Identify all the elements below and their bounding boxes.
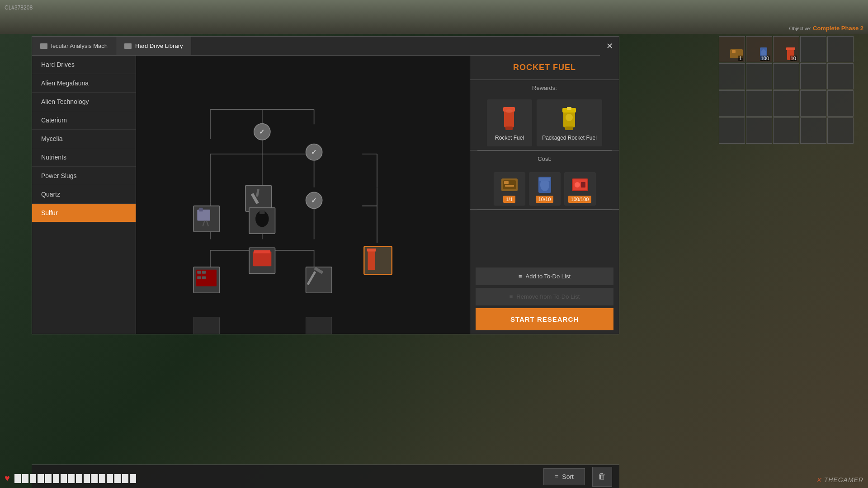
detail-panel: ROCKET FUEL Rewards: Rocket Fuel: [470, 56, 619, 334]
health-bar-8: [76, 474, 82, 483]
sidebar-item-quartz[interactable]: Quartz: [32, 185, 136, 204]
inventory-slot-5: [719, 63, 745, 89]
svg-rect-1: [732, 50, 736, 53]
inv-count-0: 1: [738, 56, 743, 61]
sort-icon: ≡: [555, 473, 558, 480]
inventory-slot-8: [800, 63, 826, 89]
reward-item-rocket-fuel: Rocket Fuel: [487, 99, 532, 146]
inv-count-2: 10: [790, 56, 797, 61]
sidebar-item-alien-megafauna[interactable]: Alien Megafauna: [32, 74, 136, 93]
main-panel: lecular Analysis Mach Hard Drive Library…: [32, 36, 619, 334]
inventory-slot-7: [773, 63, 799, 89]
rewards-label: Rewards:: [470, 80, 619, 96]
cost-badge-1: 1/1: [503, 196, 515, 203]
objective-label: Objective:: [789, 26, 811, 31]
svg-rect-71: [504, 181, 509, 184]
sidebar-item-sulfur[interactable]: Sulfur: [32, 204, 136, 222]
svg-rect-79: [581, 182, 585, 188]
remove-todo-button[interactable]: ≡ Remove from To-Do List: [476, 288, 613, 305]
svg-rect-59: [306, 317, 332, 334]
health-bar-5: [53, 474, 59, 483]
health-bar-9: [84, 474, 90, 483]
health-bar-12: [107, 474, 113, 483]
sidebar-item-caterium[interactable]: Caterium: [32, 111, 136, 130]
add-todo-button[interactable]: ≡ Add to To-Do List: [476, 267, 613, 285]
sort-label: Sort: [562, 473, 574, 480]
sidebar-item-alien-technology[interactable]: Alien Technology: [32, 93, 136, 111]
health-bar-0: [14, 474, 21, 483]
inventory-slot-14: [827, 90, 854, 117]
svg-text:✓: ✓: [259, 128, 265, 136]
tab-bar: lecular Analysis Mach Hard Drive Library…: [32, 37, 619, 56]
rocket-fuel-icon: [496, 105, 523, 132]
heart-icon: ♥: [5, 473, 10, 483]
svg-rect-62: [505, 127, 513, 130]
sidebar-item-mycelia[interactable]: Mycelia: [32, 130, 136, 148]
cost-badge-3: 100/100: [568, 196, 592, 203]
svg-rect-47: [253, 251, 271, 266]
trash-icon: 🗑: [598, 472, 606, 481]
svg-rect-53: [197, 276, 201, 279]
svg-rect-75: [539, 178, 550, 181]
cost-icon-1: [500, 175, 519, 195]
health-bar-6: [61, 474, 67, 483]
svg-rect-52: [202, 271, 206, 274]
inventory-slot-9: [827, 63, 854, 89]
game-background-top: [0, 0, 868, 34]
health-bar-1: [22, 474, 28, 483]
inventory-slot-4: [827, 36, 854, 62]
reward-item-packaged-rocket-fuel: Packaged Rocket Fuel: [537, 99, 602, 146]
detail-title: ROCKET FUEL: [470, 56, 619, 80]
svg-rect-51: [197, 271, 201, 274]
sidebar-item-nutrients[interactable]: Nutrients: [32, 148, 136, 167]
tab-icon-library: [124, 43, 132, 49]
svg-rect-42: [259, 210, 264, 214]
svg-rect-44: [368, 249, 375, 270]
svg-rect-66: [565, 127, 573, 130]
svg-point-63: [505, 109, 513, 113]
inventory-slot-11: [746, 90, 772, 117]
sidebar: Hard Drives Alien Megafauna Alien Techno…: [32, 56, 136, 334]
inv-count-1: 100: [760, 56, 770, 61]
svg-rect-45: [367, 249, 376, 252]
cost-badge-2: 10/10: [536, 196, 554, 203]
sidebar-item-hard-drives[interactable]: Hard Drives: [32, 56, 136, 74]
svg-rect-54: [202, 276, 206, 279]
inventory-slot-3: [800, 36, 826, 62]
inventory-slot-15: [719, 117, 745, 144]
hud-bottom: ♥: [5, 473, 136, 483]
tab-icon-molecular: [40, 43, 47, 49]
cost-item-3: 100/100: [564, 172, 596, 206]
inventory-slot-2: 10: [773, 36, 799, 62]
action-buttons: ≡ Add to To-Do List ≡ Remove from To-Do …: [470, 264, 619, 334]
svg-rect-48: [254, 250, 270, 253]
svg-rect-68: [567, 107, 571, 110]
delete-button[interactable]: 🗑: [592, 467, 612, 487]
separator-2: [477, 210, 612, 210]
health-bars: [14, 474, 136, 483]
research-tree-area[interactable]: ✓ ✓ ✓: [136, 56, 470, 334]
inventory-slot-18: [800, 117, 826, 144]
health-bar-3: [38, 474, 44, 483]
health-bar-13: [114, 474, 121, 483]
inventory-slot-13: [800, 90, 826, 117]
sidebar-item-power-slugs[interactable]: Power Slugs: [32, 167, 136, 185]
svg-text:✓: ✓: [311, 197, 317, 204]
cost-icon-3: [570, 175, 590, 195]
health-bar-2: [30, 474, 36, 483]
inventory-panel: 110010: [719, 36, 863, 144]
health-bar-15: [130, 474, 136, 483]
cost-label: Cost:: [470, 151, 619, 167]
objective-value: Complete Phase 2: [813, 25, 863, 32]
close-button[interactable]: ✕: [600, 37, 619, 56]
tab-label-library: Hard Drive Library: [135, 42, 183, 49]
todo-icon: ≡: [519, 273, 522, 280]
tab-molecular-analysis[interactable]: lecular Analysis Mach: [32, 37, 116, 55]
svg-point-78: [575, 182, 580, 188]
tab-hard-drive-library[interactable]: Hard Drive Library: [116, 37, 191, 55]
start-research-button[interactable]: START RESEARCH: [476, 308, 613, 330]
content-area: Hard Drives Alien Megafauna Alien Techno…: [32, 56, 619, 334]
sort-button[interactable]: ≡ Sort: [543, 468, 585, 485]
svg-point-67: [566, 114, 573, 121]
health-bar-11: [99, 474, 105, 483]
